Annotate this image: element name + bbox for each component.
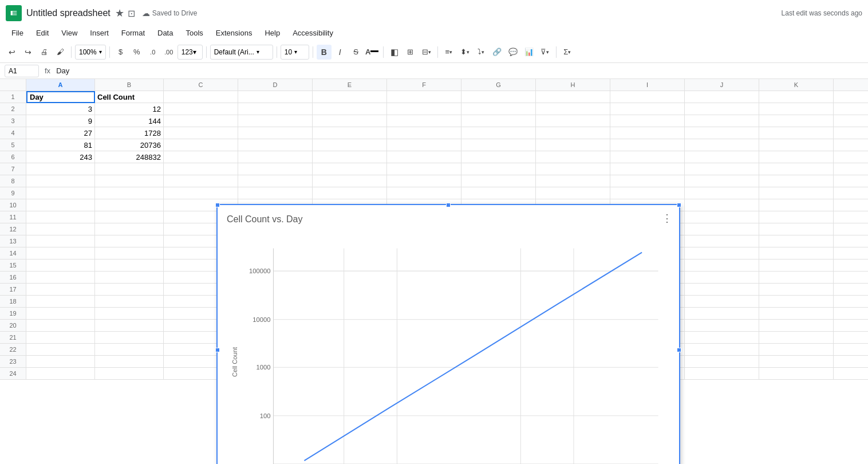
- col-header-d[interactable]: D: [238, 79, 313, 91]
- cell-r24c11[interactable]: [759, 368, 834, 380]
- cell-r19c11[interactable]: [759, 308, 834, 320]
- cell-r15c10[interactable]: [685, 259, 759, 272]
- cell-r1c1[interactable]: Day: [26, 91, 95, 103]
- cell-r21c10[interactable]: [685, 332, 759, 344]
- col-header-l[interactable]: L: [834, 79, 868, 91]
- cell-r8c8[interactable]: [536, 175, 610, 187]
- cell-r1c7[interactable]: [461, 91, 536, 103]
- paint-format-button[interactable]: 🖌: [53, 45, 68, 60]
- decimal0-button[interactable]: .0: [145, 45, 160, 60]
- cell-r22c12[interactable]: [834, 344, 868, 356]
- cell-r4c3[interactable]: [164, 127, 238, 139]
- col-header-h[interactable]: H: [536, 79, 610, 91]
- cell-r13c11[interactable]: [759, 235, 834, 247]
- cell-r19c1[interactable]: [26, 308, 95, 320]
- cell-r19c10[interactable]: [685, 308, 759, 320]
- cell-r20c12[interactable]: [834, 320, 868, 332]
- cell-r6c3[interactable]: [164, 151, 238, 163]
- cell-r8c5[interactable]: [313, 175, 387, 187]
- cell-r7c9[interactable]: [610, 163, 685, 175]
- strikethrough-button[interactable]: S: [349, 45, 364, 60]
- cell-r20c10[interactable]: [685, 320, 759, 332]
- cell-r5c3[interactable]: [164, 139, 238, 151]
- menu-item-tools[interactable]: Tools: [180, 26, 208, 40]
- resize-handle-tr[interactable]: [677, 203, 681, 207]
- chart-container[interactable]: Cell Count vs. Day ⋮ Cell Count: [216, 204, 680, 464]
- cell-r15c1[interactable]: [26, 259, 95, 272]
- cell-r6c7[interactable]: [461, 151, 536, 163]
- cell-r8c7[interactable]: [461, 175, 536, 187]
- cell-r7c2[interactable]: [95, 163, 164, 175]
- cell-r5c10[interactable]: [685, 139, 759, 151]
- cell-r20c2[interactable]: [95, 320, 164, 332]
- cell-r11c12[interactable]: [834, 211, 868, 223]
- cell-r17c11[interactable]: [759, 284, 834, 296]
- cell-r2c3[interactable]: [164, 103, 238, 115]
- cell-r7c12[interactable]: [834, 163, 868, 175]
- format-select[interactable]: 123▾: [177, 45, 203, 60]
- cell-r5c8[interactable]: [536, 139, 610, 151]
- formula-content[interactable]: Day: [56, 66, 69, 75]
- cell-r6c4[interactable]: [238, 151, 313, 163]
- cell-reference[interactable]: A1: [5, 65, 39, 77]
- cell-r2c12[interactable]: [834, 103, 868, 115]
- valign-button[interactable]: ⬍▾: [457, 45, 472, 60]
- cell-r1c8[interactable]: [536, 91, 610, 103]
- col-header-j[interactable]: J: [685, 79, 759, 91]
- cell-r2c11[interactable]: [759, 103, 834, 115]
- cell-r7c6[interactable]: [387, 163, 461, 175]
- cell-r23c10[interactable]: [685, 356, 759, 368]
- cell-r8c12[interactable]: [834, 175, 868, 187]
- cell-r4c4[interactable]: [238, 127, 313, 139]
- cell-r13c2[interactable]: [95, 235, 164, 247]
- cell-r18c2[interactable]: [95, 296, 164, 308]
- cell-r4c11[interactable]: [759, 127, 834, 139]
- fill-color-button[interactable]: ◧: [387, 45, 402, 60]
- cell-r17c1[interactable]: [26, 284, 95, 296]
- cell-r14c11[interactable]: [759, 247, 834, 259]
- cell-r18c12[interactable]: [834, 296, 868, 308]
- cell-r2c9[interactable]: [610, 103, 685, 115]
- font-select[interactable]: Default (Ari... ▾: [210, 45, 273, 60]
- cell-r10c1[interactable]: [26, 199, 95, 211]
- cell-r13c12[interactable]: [834, 235, 868, 247]
- cell-r8c10[interactable]: [685, 175, 759, 187]
- cell-r3c5[interactable]: [313, 115, 387, 127]
- cell-r18c1[interactable]: [26, 296, 95, 308]
- cell-r3c7[interactable]: [461, 115, 536, 127]
- dollar-button[interactable]: $: [113, 45, 128, 60]
- cell-r13c1[interactable]: [26, 235, 95, 247]
- cell-r5c5[interactable]: [313, 139, 387, 151]
- cell-r4c2[interactable]: 1728: [95, 127, 164, 139]
- cell-r9c1[interactable]: [26, 187, 95, 199]
- menu-item-edit[interactable]: Edit: [30, 26, 54, 40]
- cell-r10c2[interactable]: [95, 199, 164, 211]
- cell-r17c12[interactable]: [834, 284, 868, 296]
- cell-r18c11[interactable]: [759, 296, 834, 308]
- cell-r5c9[interactable]: [610, 139, 685, 151]
- undo-button[interactable]: ↩: [5, 45, 19, 60]
- cell-r4c1[interactable]: 27: [26, 127, 95, 139]
- menu-item-format[interactable]: Format: [116, 26, 151, 40]
- cell-r6c11[interactable]: [759, 151, 834, 163]
- cell-r9c11[interactable]: [759, 187, 834, 199]
- cell-r3c1[interactable]: 9: [26, 115, 95, 127]
- cell-r1c6[interactable]: [387, 91, 461, 103]
- cell-r8c2[interactable]: [95, 175, 164, 187]
- cell-r7c4[interactable]: [238, 163, 313, 175]
- cell-r1c3[interactable]: [164, 91, 238, 103]
- filter-button[interactable]: ⊽▾: [538, 45, 553, 60]
- col-header-c[interactable]: C: [164, 79, 238, 91]
- cell-r11c1[interactable]: [26, 211, 95, 223]
- cell-r16c10[interactable]: [685, 272, 759, 284]
- cell-r12c11[interactable]: [759, 223, 834, 235]
- cell-r2c5[interactable]: [313, 103, 387, 115]
- cell-r3c10[interactable]: [685, 115, 759, 127]
- cell-r20c11[interactable]: [759, 320, 834, 332]
- cell-r9c12[interactable]: [834, 187, 868, 199]
- menu-item-help[interactable]: Help: [259, 26, 286, 40]
- cell-r12c2[interactable]: [95, 223, 164, 235]
- cell-r9c6[interactable]: [387, 187, 461, 199]
- cell-r6c5[interactable]: [313, 151, 387, 163]
- text-rotate-button[interactable]: ⤵▾: [474, 45, 488, 60]
